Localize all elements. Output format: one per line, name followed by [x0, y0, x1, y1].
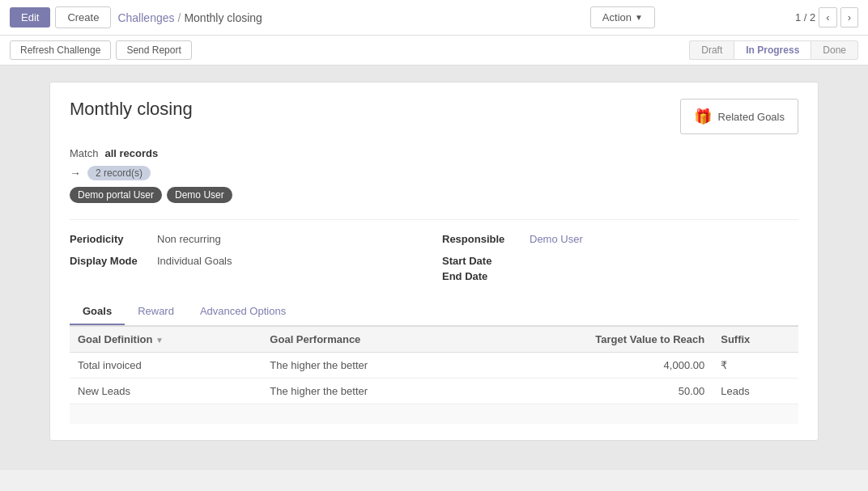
- create-button[interactable]: Create: [55, 6, 111, 28]
- col-suffix: Suffix: [713, 327, 798, 353]
- action-bar: Refresh Challenge Send Report Draft In P…: [0, 36, 868, 66]
- field-responsible: Responsible Demo User: [442, 233, 798, 245]
- chevron-down-icon: ▼: [635, 13, 643, 22]
- responsible-label: Responsible: [442, 233, 523, 245]
- col-goal-performance: Goal Performance: [262, 327, 476, 353]
- cell-suffix: ₹: [713, 353, 798, 379]
- main-content: Monthly closing 🎁 Related Goals Match al…: [0, 66, 868, 470]
- breadcrumb-separator: /: [178, 11, 181, 24]
- refresh-challenge-button[interactable]: Refresh Challenge: [10, 40, 111, 60]
- record-card: Monthly closing 🎁 Related Goals Match al…: [49, 82, 819, 441]
- match-row: Match all records: [70, 147, 798, 159]
- related-goals-button[interactable]: 🎁 Related Goals: [680, 99, 798, 134]
- tab-reward[interactable]: Reward: [125, 298, 187, 325]
- goals-table: Goal Definition ▼ Goal Performance Targe…: [70, 326, 798, 404]
- match-text: Match: [70, 147, 98, 159]
- action-label: Action: [602, 11, 632, 23]
- action-button[interactable]: Action ▼: [590, 6, 655, 28]
- end-date-label: End Date: [442, 270, 523, 282]
- periodicity-label: Periodicity: [70, 233, 151, 245]
- field-dates: Start Date End Date: [442, 255, 798, 282]
- top-buttons: Edit Create: [10, 6, 111, 28]
- send-report-button[interactable]: Send Report: [116, 40, 191, 60]
- cell-goal-definition: Total invoiced: [70, 353, 262, 379]
- add-row: [70, 404, 798, 424]
- breadcrumb: Challenges / Monthly closing: [117, 11, 449, 24]
- fields-grid: Periodicity Non recurring Responsible De…: [70, 219, 798, 282]
- top-bar: Edit Create Challenges / Monthly closing…: [0, 0, 868, 36]
- cell-suffix: Leads: [713, 379, 798, 404]
- record-title: Monthly closing: [70, 99, 193, 120]
- dates-stack: Start Date End Date: [442, 255, 530, 282]
- record-header: Monthly closing 🎁 Related Goals: [70, 99, 798, 134]
- cell-goal-definition: New Leads: [70, 379, 262, 404]
- status-bar: Draft In Progress Done: [689, 40, 858, 60]
- cell-goal-performance: The higher the better: [262, 379, 476, 404]
- display-mode-label: Display Mode: [70, 255, 151, 267]
- periodicity-value: Non recurring: [157, 233, 221, 245]
- display-mode-value: Individual Goals: [157, 255, 232, 267]
- cell-target-value: 4,000.00: [476, 353, 713, 379]
- tags-row: Demo portal User Demo User: [70, 187, 798, 203]
- arrow-icon: →: [70, 167, 81, 180]
- tab-goals[interactable]: Goals: [70, 298, 125, 325]
- records-badge[interactable]: 2 record(s): [87, 166, 151, 180]
- status-draft[interactable]: Draft: [689, 40, 734, 60]
- tag-demo-user[interactable]: Demo User: [167, 187, 232, 203]
- start-date-label: Start Date: [442, 255, 523, 267]
- tag-demo-portal-user[interactable]: Demo portal User: [70, 187, 162, 203]
- breadcrumb-current: Monthly closing: [184, 11, 262, 24]
- field-end-date: End Date: [442, 270, 530, 282]
- pagination-text: 1 / 2: [795, 11, 815, 23]
- next-button[interactable]: ›: [840, 7, 858, 28]
- tabs-bar: Goals Reward Advanced Options: [70, 298, 798, 326]
- table-header-row: Goal Definition ▼ Goal Performance Targe…: [70, 327, 798, 353]
- goal-definition-header: Goal Definition: [78, 333, 152, 345]
- field-display-mode: Display Mode Individual Goals: [70, 255, 426, 282]
- field-periodicity: Periodicity Non recurring: [70, 233, 426, 245]
- action-area: Action ▼: [457, 6, 789, 28]
- edit-button[interactable]: Edit: [10, 7, 50, 28]
- col-target-value: Target Value to Reach: [476, 327, 713, 353]
- cell-goal-performance: The higher the better: [262, 353, 476, 379]
- related-goals-label: Related Goals: [718, 111, 785, 123]
- breadcrumb-parent[interactable]: Challenges: [117, 11, 174, 24]
- field-start-date: Start Date: [442, 255, 530, 267]
- cell-target-value: 50.00: [476, 379, 713, 404]
- col-goal-definition: Goal Definition ▼: [70, 327, 262, 353]
- tab-advanced[interactable]: Advanced Options: [187, 298, 299, 325]
- gift-icon: 🎁: [694, 108, 712, 125]
- table-row[interactable]: Total invoiced The higher the better 4,0…: [70, 353, 798, 379]
- status-in-progress[interactable]: In Progress: [734, 40, 811, 60]
- status-done[interactable]: Done: [811, 40, 858, 60]
- records-row: → 2 record(s): [70, 166, 798, 180]
- table-row[interactable]: New Leads The higher the better 50.00 Le…: [70, 379, 798, 404]
- sort-icon: ▼: [155, 336, 164, 345]
- pagination-area: 1 / 2 ‹ ›: [795, 7, 858, 28]
- prev-button[interactable]: ‹: [819, 7, 836, 28]
- responsible-value[interactable]: Demo User: [530, 233, 583, 245]
- match-bold: all records: [104, 147, 158, 159]
